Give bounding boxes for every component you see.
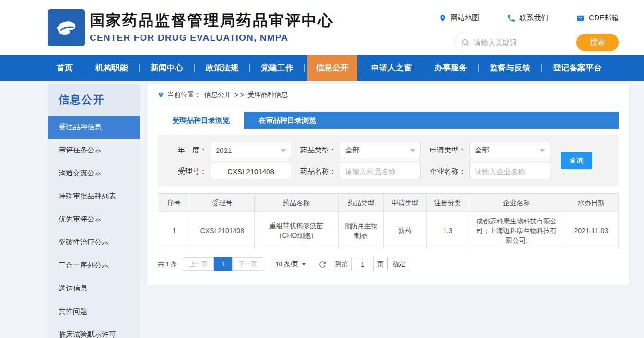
nav-item-registration-platform[interactable]: 登记备案平台 [544,55,610,81]
drug-name-field [340,163,421,179]
nav-separator [541,64,542,72]
drug-type-select-value: 全部 [345,146,360,155]
mail-icon [576,14,585,22]
nav-item-info-disclosure[interactable]: 信息公开 [307,55,357,81]
site-title: 国家药品监督管理局药品审评中心 [90,12,334,29]
goto-page-input[interactable] [351,257,374,271]
drug-type-select[interactable]: 全部 [340,142,421,158]
sidebar-item-common-issues[interactable]: 共性问题 [48,300,140,323]
nav-separator [478,64,479,72]
quick-link-label: 网站地图 [450,13,479,23]
refresh-icon [318,260,327,269]
nav-separator [360,64,360,72]
nav-item-home[interactable]: 首页 [48,55,82,81]
nav-separator [139,64,140,72]
sidebar: 信息公开 受理品种信息 审评任务公示 沟通交流公示 特殊审批品种列表 优先审评公… [48,84,140,338]
cell-reg-class: 1.3 [426,212,469,249]
tab-under-review-catalog[interactable]: 在审品种目录浏览 [244,112,330,129]
breadcrumb-current: 受理品种信息 [247,91,288,99]
goto-suffix: 页 [377,260,384,268]
location-pin-icon [439,14,446,23]
cell-accept-no: CXSL2101408 [190,212,254,249]
company-field [469,163,550,179]
sidebar-item-clinical-trial-license[interactable]: 临床试验默示许可 [48,323,140,338]
sidebar-item-review-tasks[interactable]: 审评任务公示 [48,139,140,162]
breadcrumb-separator: > > [234,91,244,99]
search-icon [461,38,470,47]
goto-page-group: 到第 页 确定 [335,257,410,271]
drug-type-label: 药品类型： [298,146,336,155]
nav-item-policies[interactable]: 政策法规 [197,55,247,81]
col-header-apply-type: 申请类型 [384,194,426,212]
location-pin-icon [158,91,164,99]
nav-separator [84,64,84,72]
nav-item-supervision[interactable]: 监督与反馈 [481,55,539,81]
current-page-button[interactable]: 1 [214,257,232,271]
breadcrumb-section[interactable]: 信息公开 [204,91,231,99]
accept-no-field [211,163,291,179]
col-header-reg-class: 注册分类 [426,194,469,212]
col-header-drug-type: 药品类型 [339,194,384,212]
apply-type-select[interactable]: 全部 [469,142,550,158]
quick-link-contact[interactable]: 联系我们 [507,13,548,23]
chevron-down-icon [540,149,545,152]
sidebar-item-breakthrough-therapy[interactable]: 突破性治疗公示 [48,231,140,254]
sidebar-item-priority-review[interactable]: 优先审评公示 [48,208,140,231]
results-table: 序号 受理号 药品名称 药品类型 申请类型 注册分类 企业名称 承办日期 1 C… [158,193,619,249]
nav-item-party[interactable]: 党建工作 [252,55,302,81]
main-nav: 首页 机构职能 新闻中心 政策法规 党建工作 信息公开 申请人之窗 办事服务 监… [0,55,644,81]
nav-separator [423,64,423,72]
breadcrumb-label: 当前位置： [167,91,201,99]
quick-links: 网站地图 联系我们 CDE邮箱 [439,13,619,23]
swan-logo-icon [53,14,81,42]
pagination: 共 1 条 上一页 1 下一页 10 条/页 到第 页 确定 [158,257,619,271]
cde-logo[interactable] [48,9,85,46]
quick-link-sitemap[interactable]: 网站地图 [439,13,479,23]
quick-link-label: 联系我们 [519,13,548,23]
year-select[interactable]: 2021 [211,142,291,158]
chevron-down-icon [281,149,286,152]
site-subtitle: CENTER FOR DRUG EVALUATION, NMPA [90,33,334,43]
sidebar-item-three-in-one[interactable]: 三合一序列公示 [48,254,140,277]
page-size-select[interactable]: 10 条/页 [270,257,310,271]
col-header-index: 序号 [158,194,190,212]
sidebar-item-special-approval[interactable]: 特殊审批品种列表 [48,185,140,208]
quick-link-mail[interactable]: CDE邮箱 [576,13,619,23]
search-button[interactable]: 搜索 [576,34,619,51]
company-label: 企业名称： [427,167,466,176]
cell-apply-type: 新药 [384,212,426,249]
query-button[interactable]: 查询 [561,152,592,169]
goto-confirm-button[interactable]: 确定 [387,257,410,271]
col-header-date: 承办日期 [564,194,618,212]
sidebar-item-communication[interactable]: 沟通交流公示 [48,162,140,185]
prev-page-button[interactable]: 上一页 [183,257,214,271]
quick-link-label: CDE邮箱 [589,13,619,23]
nav-separator [194,64,195,72]
year-label: 年 度： [168,146,207,155]
next-page-button[interactable]: 下一页 [232,257,263,271]
refresh-button[interactable] [318,259,328,269]
drug-name-input[interactable] [345,167,415,175]
pagination-total: 共 1 条 [158,260,177,268]
goto-prefix: 到第 [335,260,348,268]
page: 国家药品监督管理局药品审评中心 CENTER FOR DRUG EVALUATI… [0,0,644,338]
tab-accepted-catalog[interactable]: 受理品种目录浏览 [158,112,244,129]
tab-bar: 受理品种目录浏览 在审品种目录浏览 [158,112,619,129]
accept-no-label: 受理号： [168,167,207,176]
nav-item-news[interactable]: 新闻中心 [142,55,192,81]
sidebar-item-delivery-info[interactable]: 送达信息 [48,277,140,300]
phone-icon [507,14,515,23]
company-input[interactable] [475,167,545,175]
accept-no-input[interactable] [216,167,286,175]
nav-item-functions[interactable]: 机构职能 [87,55,137,81]
sidebar-item-accepted-varieties[interactable]: 受理品种信息 [48,116,140,139]
apply-type-select-value: 全部 [475,146,489,155]
nav-item-applicant-window[interactable]: 申请人之窗 [363,55,421,81]
col-header-company: 企业名称 [469,194,564,212]
nav-item-services[interactable]: 办事服务 [426,55,476,81]
drug-name-label: 药品名称： [298,167,336,176]
col-header-accept-no: 受理号 [190,194,254,212]
nav-separator [249,64,250,72]
content-panel: 当前位置：信息公开 > > 受理品种信息 受理品种目录浏览 在审品种目录浏览 年… [147,84,629,285]
cell-drug-type: 预防用生物制品 [339,212,384,249]
